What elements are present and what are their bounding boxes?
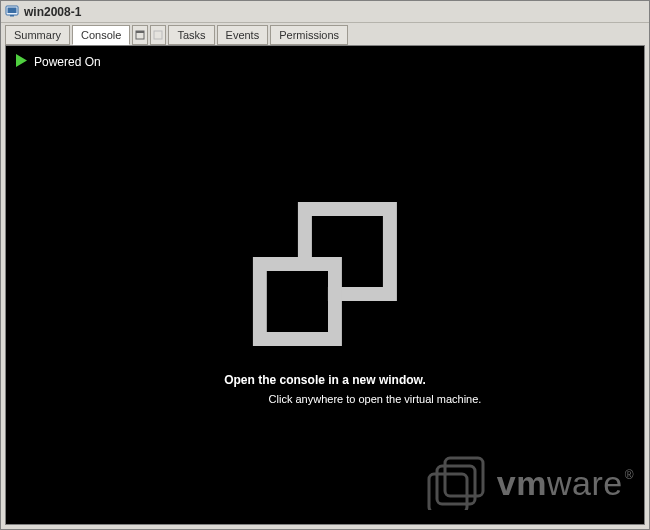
console-placeholder: Open the console in a new window. Click … — [38, 199, 612, 405]
titlebar: win2008-1 — [1, 1, 649, 23]
vmware-logo-text: vmware® — [497, 464, 634, 503]
tab-tasks[interactable]: Tasks — [168, 25, 214, 45]
tab-label: Events — [226, 29, 260, 41]
open-console-heading: Open the console in a new window. — [224, 373, 426, 387]
vm-window: win2008-1 Summary Console Tasks Events P… — [0, 0, 650, 530]
vmware-boxes-icon — [427, 454, 487, 512]
popout-icon — [135, 30, 145, 40]
console-popout-button[interactable] — [132, 25, 148, 45]
overlapping-windows-icon — [250, 199, 400, 351]
svg-rect-10 — [445, 458, 483, 496]
vmware-watermark: vmware® — [427, 454, 634, 512]
svg-rect-5 — [154, 31, 162, 39]
window-title: win2008-1 — [24, 5, 81, 19]
power-status: Powered On — [16, 54, 101, 70]
svg-marker-6 — [16, 54, 27, 67]
tab-label: Console — [81, 29, 121, 41]
open-console-subtext: Click anywhere to open the virtual machi… — [169, 393, 482, 405]
tab-console[interactable]: Console — [72, 25, 130, 45]
tab-permissions[interactable]: Permissions — [270, 25, 348, 45]
tab-summary[interactable]: Summary — [5, 25, 70, 45]
svg-rect-9 — [267, 271, 328, 332]
power-status-label: Powered On — [34, 55, 101, 69]
tabbar: Summary Console Tasks Events Permissions — [1, 23, 649, 45]
tab-events[interactable]: Events — [217, 25, 269, 45]
svg-rect-4 — [136, 31, 144, 33]
play-icon — [16, 54, 27, 70]
console-extra-button[interactable] — [150, 25, 166, 45]
vm-icon — [5, 4, 19, 20]
console-viewport[interactable]: Powered On Open the console in a new win… — [5, 45, 645, 525]
tab-label: Permissions — [279, 29, 339, 41]
svg-rect-1 — [8, 7, 17, 13]
tab-label: Tasks — [177, 29, 205, 41]
blank-icon — [153, 30, 163, 40]
tab-label: Summary — [14, 29, 61, 41]
svg-rect-11 — [437, 466, 475, 504]
svg-rect-2 — [10, 15, 14, 17]
